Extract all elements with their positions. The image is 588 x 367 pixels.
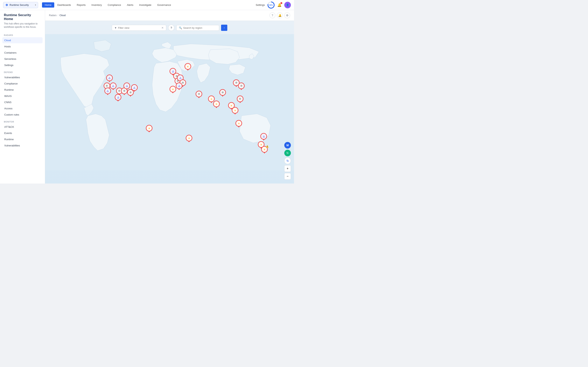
nav-item-home[interactable]: Home bbox=[42, 2, 54, 8]
sidebar-item-cloud[interactable]: Cloud bbox=[2, 37, 43, 43]
pin-na-1[interactable]: △ bbox=[106, 75, 113, 81]
map-area: ▼ ✕ ? 🔍 ‹ bbox=[45, 21, 294, 184]
map-green-indicator[interactable]: ↻ bbox=[284, 150, 291, 156]
filter-view-input[interactable] bbox=[118, 26, 160, 29]
sidebar-item-vulnerabilities[interactable]: Vulnerabilities bbox=[2, 74, 43, 80]
pin-as-6[interactable]: ⚙ bbox=[237, 96, 243, 102]
sidebar-item-settings[interactable]: Settings bbox=[2, 62, 43, 68]
progress-circle[interactable]: 80% bbox=[268, 1, 275, 8]
content: Radars / Cloud ? 🔔 ⚙ ▼ ✕ ? 🔍 bbox=[45, 10, 294, 184]
pin-sa-1[interactable]: a bbox=[146, 125, 152, 132]
bell-wrapper: 🔔 bbox=[277, 3, 282, 7]
map-blue-indicator[interactable]: M bbox=[284, 142, 291, 149]
breadcrumb-current: Cloud bbox=[60, 14, 66, 17]
settings-icon[interactable]: ⚙ bbox=[284, 12, 290, 18]
sidebar-item-attck[interactable]: ATT&CK bbox=[2, 124, 43, 130]
pin-na-7[interactable]: △ bbox=[123, 83, 130, 89]
pin-na-4[interactable]: △ bbox=[110, 83, 116, 89]
section-defend: DEFEND bbox=[2, 70, 43, 74]
sidebar-item-runtime-monitor[interactable]: Runtime bbox=[2, 136, 43, 142]
nav-item-governance[interactable]: Governance bbox=[155, 2, 174, 8]
sidebar-desc: This hub offers you navigation to workfl… bbox=[4, 22, 41, 29]
logo-chevron: ▾ bbox=[35, 4, 36, 6]
sidebar-title: Runtime Security Home bbox=[4, 13, 41, 21]
pin-as-8[interactable]: a bbox=[232, 107, 238, 114]
topnav-right: Settings 80% 🔔 👤 bbox=[256, 1, 291, 8]
nav-item-alerts[interactable]: Alerts bbox=[124, 2, 136, 8]
nav-item-investigate[interactable]: Investigate bbox=[137, 2, 154, 8]
sidebar-item-access[interactable]: Access bbox=[2, 105, 43, 111]
world-map bbox=[45, 21, 294, 184]
pin-me-1[interactable]: a bbox=[170, 86, 176, 92]
sidebar-item-hosts[interactable]: Hosts bbox=[2, 43, 43, 50]
sidebar-item-cnns[interactable]: CNNS bbox=[2, 99, 43, 105]
sidebar-item-waas[interactable]: WAAS bbox=[2, 93, 43, 99]
filter-view-input-wrap: ▼ ✕ bbox=[112, 25, 166, 31]
pin-as-3[interactable]: ⚙ bbox=[219, 89, 226, 96]
pin-af-1[interactable]: ⚙ bbox=[196, 91, 202, 97]
app-logo[interactable]: ❖ Runtime Security ▾ bbox=[3, 2, 38, 8]
map-controls: M ↻ ↻ + − bbox=[284, 142, 291, 180]
map-help-btn[interactable]: ? bbox=[168, 25, 174, 31]
map-refresh-btn[interactable]: ↻ bbox=[284, 158, 291, 164]
sidebar-item-compliance[interactable]: Compliance bbox=[2, 81, 43, 87]
nav-item-dashboards[interactable]: Dashboards bbox=[55, 2, 74, 8]
map-toolbar: ▼ ✕ ? 🔍 ‹ bbox=[112, 25, 227, 31]
sidebar: Runtime Security Home This hub offers yo… bbox=[0, 10, 45, 184]
sidebar-item-vulnerabilities-monitor[interactable]: Vulnerabilities bbox=[2, 142, 43, 149]
sidebar-item-runtime[interactable]: Runtime bbox=[2, 87, 43, 93]
pin-na-9[interactable]: △ bbox=[131, 84, 138, 91]
user-avatar[interactable]: 👤 bbox=[284, 2, 291, 8]
sidebar-item-serverless[interactable]: Serverless bbox=[2, 56, 43, 62]
pin-sea-1[interactable]: a bbox=[235, 120, 242, 127]
topnav: ❖ Runtime Security ▾ Home Dashboards Rep… bbox=[0, 0, 294, 10]
search-region-input[interactable] bbox=[183, 26, 216, 29]
pin-af-2[interactable]: a bbox=[186, 135, 192, 141]
pin-eu-7[interactable]: a bbox=[184, 63, 191, 70]
app-name: Runtime Security bbox=[9, 3, 34, 6]
nav-item-compliance[interactable]: Compliance bbox=[105, 2, 124, 8]
breadcrumb: Radars / Cloud ? 🔔 ⚙ bbox=[45, 10, 294, 21]
pin-na-10[interactable]: △ bbox=[115, 94, 121, 100]
main-layout: Runtime Security Home This hub offers yo… bbox=[0, 10, 294, 184]
section-monitor: MONITOR bbox=[2, 119, 43, 124]
search-icon: 🔍 bbox=[179, 26, 182, 29]
pin-au-1[interactable]: △ bbox=[260, 133, 267, 140]
breadcrumb-separator: / bbox=[58, 14, 58, 17]
search-region-wrap: 🔍 bbox=[176, 25, 219, 31]
filter-icon: ▼ bbox=[114, 26, 117, 29]
nav-items: Home Dashboards Reports Inventory Compli… bbox=[42, 2, 174, 8]
pin-au-3[interactable]: a ⚠️ bbox=[261, 146, 268, 153]
bell-badge bbox=[280, 2, 282, 4]
breadcrumb-parent[interactable]: Radars bbox=[49, 14, 57, 17]
logo-icon: ❖ bbox=[5, 3, 8, 7]
pin-as-2[interactable]: a bbox=[213, 100, 220, 107]
filter-clear-btn[interactable]: ✕ bbox=[161, 26, 164, 29]
pin-as-5[interactable]: ⚙ bbox=[238, 83, 245, 89]
zoom-in-btn[interactable]: + bbox=[284, 165, 291, 172]
nav-item-inventory[interactable]: Inventory bbox=[89, 2, 104, 8]
sidebar-header: Runtime Security Home This hub offers yo… bbox=[2, 13, 43, 29]
notification-icon[interactable]: 🔔 bbox=[277, 12, 283, 18]
pin-eu-6[interactable]: △ bbox=[176, 83, 182, 89]
search-expand-btn[interactable]: ‹ bbox=[221, 25, 227, 31]
nav-item-reports[interactable]: Reports bbox=[74, 2, 88, 8]
settings-link[interactable]: Settings bbox=[256, 3, 265, 6]
sidebar-item-events[interactable]: Events bbox=[2, 130, 43, 136]
warning-icon: ⚠️ bbox=[266, 145, 269, 148]
sidebar-item-custom-rules[interactable]: Custom rules bbox=[2, 112, 43, 118]
help-icon[interactable]: ? bbox=[269, 12, 275, 18]
zoom-out-btn[interactable]: − bbox=[284, 173, 291, 180]
section-radars: RADARS bbox=[2, 33, 43, 37]
progress-text: 80% bbox=[269, 4, 273, 6]
sidebar-item-containers[interactable]: Containers bbox=[2, 50, 43, 56]
